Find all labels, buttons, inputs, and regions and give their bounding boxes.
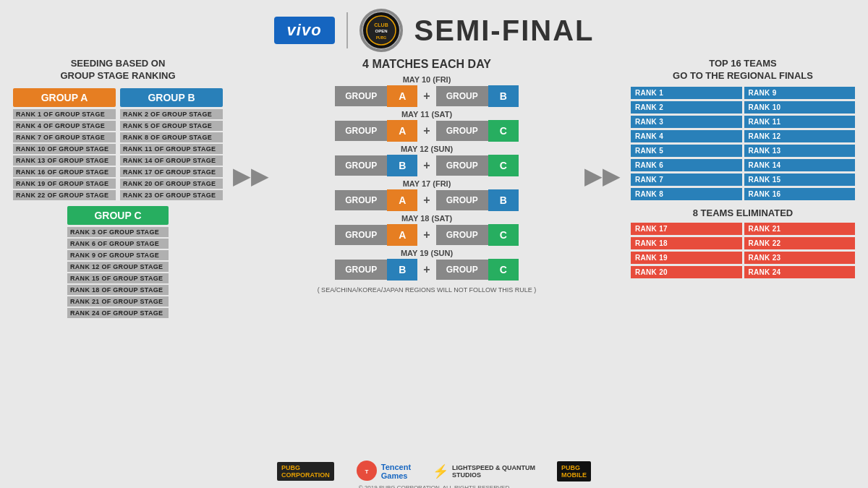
top16-title: TOP 16 TEAMS GO TO THE REGIONAL FINALS — [631, 58, 855, 82]
group-c-rank-item: RANK 18 OF GROUP STAGE — [67, 285, 169, 295]
top16-rank-item: RANK 15 — [744, 174, 856, 186]
group-b-header: GROUP B — [120, 88, 223, 107]
group-a-rank-item: RANK 4 OF GROUP STAGE — [13, 121, 116, 131]
group-label: GROUP — [335, 260, 387, 280]
match-row: GROUPA+GROUPC — [272, 224, 582, 246]
group-a-col: GROUP A RANK 1 OF GROUP STAGERANK 4 OF G… — [13, 88, 116, 202]
match-block: MAY 17 (FRI)GROUPA+GROUPB — [272, 179, 582, 211]
pubg-corp-logo: PUBGCORPORATION — [277, 462, 334, 481]
footnote: ( SEA/CHINA/KOREA/JAPAN REGIONS WILL NOT… — [318, 286, 537, 294]
group-label: GROUP — [436, 225, 488, 245]
match-date: MAY 19 (SUN) — [272, 249, 582, 257]
group-c-rank-item: RANK 21 OF GROUP STAGE — [67, 296, 169, 307]
group-a-rank-item: RANK 16 OF GROUP STAGE — [13, 167, 116, 177]
group-a-rank-item: RANK 13 OF GROUP STAGE — [13, 155, 116, 166]
group-c-rank-item: RANK 24 OF GROUP STAGE — [67, 308, 169, 318]
elim-rank-item: RANK 18 — [631, 237, 742, 249]
elim-rank-item: RANK 20 — [631, 266, 742, 278]
group-c-rank-item: RANK 3 OF GROUP STAGE — [67, 227, 169, 237]
group-label: GROUP — [436, 155, 488, 176]
group-label: GROUP — [335, 121, 387, 141]
match-row: GROUPA+GROUPB — [272, 189, 582, 211]
group-b-rank-item: RANK 5 OF GROUP STAGE — [120, 121, 223, 131]
lightspeed-text: LIGHTSPEED & QUANTUMSTUDIOS — [452, 464, 535, 479]
match-block: MAY 11 (SAT)GROUPA+GROUPC — [272, 110, 582, 142]
group-letter: A — [387, 120, 417, 142]
group-c-rank-item: RANK 6 OF GROUP STAGE — [67, 239, 169, 249]
plus-sign: + — [420, 194, 433, 207]
group-label: GROUP — [335, 86, 387, 106]
top16-rank-item: RANK 12 — [744, 130, 856, 142]
group-b-rank-item: RANK 2 OF GROUP STAGE — [120, 109, 223, 119]
top16-rank-item: RANK 8 — [631, 188, 742, 200]
group-c-rank-item: RANK 12 OF GROUP STAGE — [67, 262, 169, 272]
left-arrow: ▶▶ — [233, 162, 269, 189]
top16-rank-item: RANK 7 — [631, 174, 742, 186]
group-b-rank-item: RANK 20 OF GROUP STAGE — [120, 179, 223, 189]
group-label: GROUP — [335, 225, 387, 245]
svg-text:OPEN: OPEN — [375, 29, 387, 33]
group-c-header: GROUP C — [67, 206, 169, 225]
group-a-header: GROUP A — [13, 88, 116, 107]
vivo-badge: vivo — [274, 17, 335, 44]
group-label: GROUP — [335, 190, 387, 210]
match-date: MAY 11 (SAT) — [272, 110, 582, 119]
match-row: GROUPB+GROUPC — [272, 155, 582, 176]
match-row: GROUPA+GROUPB — [272, 85, 582, 107]
group-letter: A — [387, 85, 417, 107]
lightspeed-icon: ⚡ — [433, 463, 448, 479]
group-letter: C — [488, 155, 519, 176]
footer-logos: PUBGCORPORATION T TencentGames ⚡ LIGHTSP… — [0, 455, 868, 484]
elim-rank-item: RANK 21 — [744, 223, 856, 235]
top16-rank-item: RANK 10 — [744, 101, 856, 114]
plus-sign: + — [420, 263, 433, 276]
group-label: GROUP — [436, 190, 488, 210]
group-letter: C — [488, 120, 519, 142]
match-date: MAY 10 (FRI) — [272, 75, 582, 84]
header-divider — [346, 12, 348, 48]
match-block: MAY 19 (SUN)GROUPB+GROUPC — [272, 249, 582, 281]
group-b-rank-item: RANK 8 OF GROUP STAGE — [120, 132, 223, 142]
top16-rank-item: RANK 14 — [744, 159, 856, 171]
right-arrow: ▶▶ — [584, 162, 621, 189]
group-letter: A — [387, 189, 417, 211]
group-label: GROUP — [436, 260, 488, 280]
group-a-rank-item: RANK 1 OF GROUP STAGE — [13, 109, 116, 119]
tencent-text: TencentGames — [381, 463, 411, 480]
match-date: MAY 12 (SUN) — [272, 145, 582, 153]
match-block: MAY 12 (SUN)GROUPB+GROUPC — [272, 145, 582, 176]
right-panel: TOP 16 TEAMS GO TO THE REGIONAL FINALS R… — [631, 58, 855, 455]
eliminated-title: 8 TEAMS ELIMINATED — [631, 207, 855, 218]
group-a-rank-item: RANK 10 OF GROUP STAGE — [13, 144, 116, 154]
group-c-rank-item: RANK 15 OF GROUP STAGE — [67, 273, 169, 283]
club-open-logo: CLUB OPEN PUBG — [359, 9, 403, 52]
match-row: GROUPA+GROUPC — [272, 120, 582, 142]
top16-rank-item: RANK 2 — [631, 101, 742, 114]
top16-rank-item: RANK 4 — [631, 130, 742, 142]
group-letter: C — [488, 259, 519, 281]
group-letter: B — [387, 155, 417, 176]
elim-rank-item: RANK 23 — [744, 252, 856, 264]
group-letter: B — [387, 259, 417, 281]
top16-rank-item: RANK 16 — [744, 188, 856, 200]
group-label: GROUP — [436, 86, 488, 106]
elim-rank-item: RANK 24 — [744, 266, 856, 278]
top16-rank-item: RANK 6 — [631, 159, 742, 171]
top16-rank-item: RANK 1 — [631, 87, 742, 99]
elim-rank-item: RANK 17 — [631, 223, 742, 235]
center-panel: 4 MATCHES EACH DAY ▶▶ MAY 10 (FRI)GROUPA… — [230, 58, 624, 455]
match-row: GROUPB+GROUPC — [272, 259, 582, 281]
top16-rank-item: RANK 3 — [631, 116, 742, 128]
plus-sign: + — [420, 159, 433, 172]
page-title: SEMI-FINAL — [414, 14, 595, 47]
group-b-rank-item: RANK 23 OF GROUP STAGE — [120, 190, 223, 200]
elim-rank-item: RANK 19 — [631, 252, 742, 264]
copyright-text: © 2019 PUBG CORPORATION. ALL RIGHTS RESE… — [0, 484, 868, 488]
left-panel: SEEDING BASED ON GROUP STAGE RANKING GRO… — [13, 58, 223, 455]
group-letter: B — [488, 85, 519, 107]
matches-title: 4 MATCHES EACH DAY — [362, 58, 491, 71]
plus-sign: + — [420, 228, 433, 241]
match-block: MAY 18 (SAT)GROUPA+GROUPC — [272, 214, 582, 246]
group-label: GROUP — [436, 121, 488, 141]
top16-rank-item: RANK 11 — [744, 116, 856, 128]
